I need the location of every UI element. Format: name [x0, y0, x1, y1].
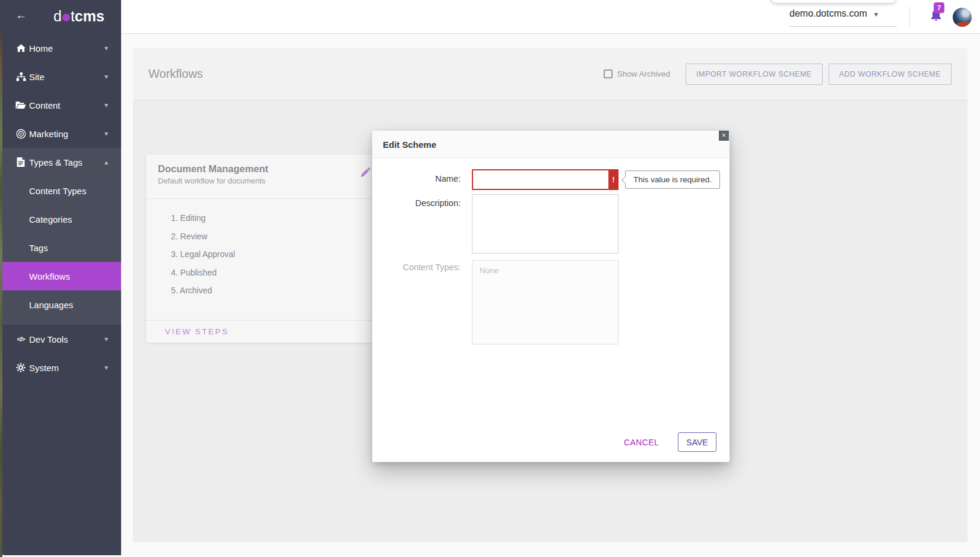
name-field-wrap: !: [472, 169, 619, 190]
page-title: Workflows: [148, 67, 203, 81]
workflow-steps-list: 1. Editing 2. Review 3. Legal Approval 4…: [146, 199, 380, 320]
sidebar-item-content[interactable]: Content ▾: [0, 91, 121, 119]
chevron-down-icon: ▾: [104, 72, 108, 81]
edit-pencil-icon[interactable]: [360, 167, 370, 178]
dotcms-workflows-screen: demo.dotcms.com ▾ 7 ← dtcms Home ▾: [0, 0, 980, 557]
sidebar-group-types-tags: Types & Tags ▴ Content Types Categories …: [0, 148, 121, 325]
modal-header: Edit Scheme: [372, 131, 730, 159]
sidebar-item-tags[interactable]: Tags: [0, 233, 121, 262]
sidebar-item-home[interactable]: Home ▾: [0, 34, 121, 62]
sidebar-nav: ← dtcms Home ▾ Site ▾: [0, 0, 121, 555]
desktop-edge-strip: [0, 34, 2, 557]
description-textarea[interactable]: [472, 194, 619, 254]
user-avatar[interactable]: [953, 8, 972, 27]
sitemap-icon: [15, 71, 26, 82]
site-selector-underline: [789, 26, 897, 27]
gear-icon: [15, 362, 26, 373]
description-label: Description:: [372, 198, 461, 208]
workflow-step: 4. Published: [171, 264, 380, 282]
document-icon: [15, 157, 26, 167]
home-icon: [15, 43, 26, 53]
card-title: Document Management: [158, 163, 368, 175]
workflow-step: 5. Archived: [171, 281, 380, 300]
sidebar-header: ← dtcms: [0, 0, 121, 34]
dotcms-logo: dtcms: [53, 8, 104, 25]
error-indicator: !: [608, 169, 619, 190]
modal-title: Edit Scheme: [372, 131, 730, 159]
bullseye-icon: [15, 128, 26, 139]
header-actions: Show Archived IMPORT WORKFLOW SCHEME ADD…: [604, 64, 952, 85]
top-toolbar: demo.dotcms.com ▾ 7: [121, 0, 980, 34]
workflow-step: 1. Editing: [171, 209, 380, 227]
chevron-down-icon: ▾: [104, 101, 108, 109]
sidebar-item-categories[interactable]: Categories: [0, 205, 121, 233]
sidebar-item-system[interactable]: System ▾: [0, 353, 121, 382]
chevron-down-icon: ▾: [104, 129, 108, 138]
workflow-step: 3. Legal Approval: [171, 245, 380, 264]
sidebar-item-dev-tools[interactable]: </> Dev Tools ▾: [0, 325, 121, 353]
card-header: Document Management Default workflow for…: [146, 154, 380, 198]
show-archived-checkbox[interactable]: [604, 69, 613, 78]
close-icon[interactable]: ×: [719, 131, 729, 141]
chevron-down-icon[interactable]: ▾: [874, 10, 878, 18]
chevron-down-icon: ▾: [104, 44, 108, 52]
import-workflow-scheme-button[interactable]: IMPORT WORKFLOW SCHEME: [686, 64, 823, 85]
add-workflow-scheme-button[interactable]: ADD WORKFLOW SCHEME: [829, 64, 952, 85]
sidebar-item-languages[interactable]: Languages: [0, 290, 121, 319]
sidebar-item-workflows[interactable]: Workflows: [0, 262, 121, 290]
chevron-down-icon: ▾: [104, 335, 108, 343]
popover-remnant: [770, 0, 896, 4]
chevron-up-icon: ▴: [104, 158, 108, 166]
card-footer: VIEW STEPS: [146, 320, 380, 342]
workflow-scheme-card: Document Management Default workflow for…: [146, 154, 380, 343]
code-icon: </>: [15, 334, 26, 344]
card-subtitle: Default workflow for documents: [158, 176, 368, 185]
toolbar-divider: [909, 6, 910, 28]
edit-scheme-modal: × Edit Scheme Name: ! This value is requ…: [372, 131, 730, 462]
validation-tooltip: This value is required.: [625, 170, 720, 189]
chevron-down-icon: ▾: [104, 363, 108, 372]
logo-dot-icon: [62, 14, 70, 21]
content-types-label: Content Types:: [372, 262, 461, 272]
workflow-step: 2. Review: [171, 227, 380, 246]
show-archived-label: Show Archived: [617, 69, 670, 78]
modal-body: Name: ! This value is required. Descript…: [372, 159, 730, 462]
save-button[interactable]: SAVE: [678, 432, 716, 452]
sidebar-item-marketing[interactable]: Marketing ▾: [0, 119, 121, 148]
cancel-button[interactable]: CANCEL: [624, 432, 659, 452]
sidebar-item-types-tags[interactable]: Types & Tags ▴: [0, 148, 121, 176]
name-input[interactable]: [472, 169, 619, 190]
back-arrow-icon[interactable]: ←: [15, 9, 27, 22]
sidebar-item-site[interactable]: Site ▾: [0, 62, 121, 91]
panel-header: Workflows Show Archived IMPORT WORKFLOW …: [133, 48, 968, 100]
view-steps-button[interactable]: VIEW STEPS: [165, 327, 229, 336]
site-selector[interactable]: demo.dotcms.com: [789, 8, 867, 19]
name-label: Name:: [372, 174, 461, 183]
folder-icon: [15, 100, 26, 110]
sidebar-item-content-types[interactable]: Content Types: [0, 176, 121, 205]
notification-badge: 7: [934, 2, 944, 13]
content-types-field[interactable]: [472, 260, 619, 344]
